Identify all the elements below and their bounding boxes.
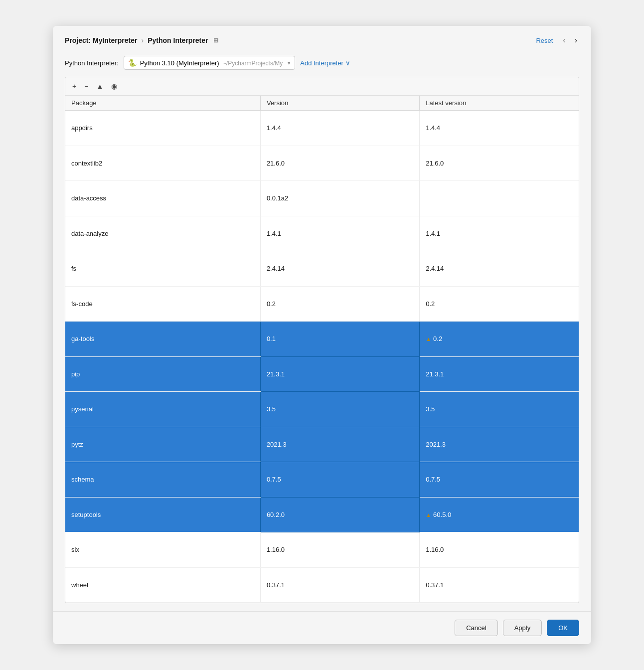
table-row[interactable]: pytz2021.32021.3 xyxy=(65,427,579,462)
package-name: six xyxy=(65,532,260,568)
forward-button[interactable]: › xyxy=(573,35,579,46)
remove-icon: − xyxy=(84,82,88,90)
table-row[interactable]: six1.16.01.16.0 xyxy=(65,532,579,568)
interpreter-select-dropdown[interactable]: 🐍 Python 3.10 (MyInterpreter) ~/PycharmP… xyxy=(124,56,296,70)
python-icon: 🐍 xyxy=(128,58,137,67)
table-toolbar: + − ▲ ◉ xyxy=(65,77,579,96)
table-row[interactable]: wheel0.37.10.37.1 xyxy=(65,567,579,603)
package-version: 21.3.1 xyxy=(260,356,419,392)
breadcrumb: Project: MyInterpreter › Python Interpre… xyxy=(65,36,218,44)
add-interpreter-button[interactable]: Add Interpreter ∨ xyxy=(300,59,350,67)
table-row[interactable]: data-analyze1.4.11.4.1 xyxy=(65,216,579,251)
settings-dialog: Project: MyInterpreter › Python Interpre… xyxy=(53,26,591,644)
package-name: contextlib2 xyxy=(65,146,260,181)
reset-button[interactable]: Reset xyxy=(536,37,553,44)
package-latest-version: 3.5 xyxy=(420,392,579,427)
package-version: 1.4.1 xyxy=(260,216,419,251)
package-version: 2021.3 xyxy=(260,427,419,462)
dialog-footer: Cancel Apply OK xyxy=(53,611,591,644)
table-row[interactable]: fs2.4.142.4.14 xyxy=(65,251,579,287)
package-latest-version: 0.37.1 xyxy=(420,567,579,603)
package-latest-version xyxy=(420,181,579,216)
package-name: wheel xyxy=(65,567,260,603)
package-version: 1.4.4 xyxy=(260,111,419,146)
package-name: data-access xyxy=(65,181,260,216)
package-latest-version: 21.6.0 xyxy=(420,146,579,181)
package-latest-version: 1.4.1 xyxy=(420,216,579,251)
add-icon: + xyxy=(72,82,76,90)
package-version: 0.37.1 xyxy=(260,567,419,603)
upgrade-available-icon: ▲ xyxy=(426,512,431,518)
table-row[interactable]: fs-code0.20.2 xyxy=(65,286,579,322)
upgrade-available-icon: ▲ xyxy=(426,336,431,342)
apply-button[interactable]: Apply xyxy=(503,620,542,636)
breadcrumb-page: Python Interpreter xyxy=(148,36,208,44)
package-latest-version: 1.4.4 xyxy=(420,111,579,146)
col-package: Package xyxy=(65,96,260,111)
package-version: 2.4.14 xyxy=(260,251,419,287)
table-row[interactable]: appdirs1.4.41.4.4 xyxy=(65,111,579,146)
package-name: data-analyze xyxy=(65,216,260,251)
package-latest-version: 2.4.14 xyxy=(420,251,579,287)
upgrade-icon: ▲ xyxy=(96,82,103,90)
package-latest-version: ▲ 0.2 xyxy=(420,322,579,357)
package-name: setuptools xyxy=(65,497,260,532)
package-name: ga-tools xyxy=(65,322,260,357)
package-latest-version: 0.2 xyxy=(420,286,579,322)
package-latest-version: 21.3.1 xyxy=(420,356,579,392)
package-name: fs-code xyxy=(65,286,260,322)
package-version: 0.0.1a2 xyxy=(260,181,419,216)
show-details-button[interactable]: ◉ xyxy=(109,81,119,91)
breadcrumb-separator: › xyxy=(141,36,144,44)
package-version: 1.16.0 xyxy=(260,532,419,568)
add-package-button[interactable]: + xyxy=(70,81,78,91)
package-latest-version: 2021.3 xyxy=(420,427,579,462)
package-name: pip xyxy=(65,356,260,392)
package-name: pytz xyxy=(65,427,260,462)
add-interpreter-label: Add Interpreter ∨ xyxy=(300,59,350,67)
remove-package-button[interactable]: − xyxy=(82,81,90,91)
table-row[interactable]: data-access0.0.1a2 xyxy=(65,181,579,216)
package-version: 0.1 xyxy=(260,322,419,357)
package-name: appdirs xyxy=(65,111,260,146)
ok-button[interactable]: OK xyxy=(547,620,579,636)
interpreter-label: Python Interpreter: xyxy=(65,59,119,67)
dialog-header: Project: MyInterpreter › Python Interpre… xyxy=(53,26,591,51)
package-name: pyserial xyxy=(65,392,260,427)
interpreter-selector-row: Python Interpreter: 🐍 Python 3.10 (MyInt… xyxy=(53,51,591,77)
package-version: 0.2 xyxy=(260,286,419,322)
table-row[interactable]: ga-tools0.1▲ 0.2 xyxy=(65,322,579,357)
table-header-row: Package Version Latest version xyxy=(65,96,579,111)
cancel-button[interactable]: Cancel xyxy=(455,620,497,636)
package-latest-version: ▲ 60.5.0 xyxy=(420,497,579,532)
packages-table: Package Version Latest version appdirs1.… xyxy=(65,96,579,603)
col-version: Version xyxy=(260,96,419,111)
page-icon: ⊞ xyxy=(213,37,218,44)
package-version: 3.5 xyxy=(260,392,419,427)
back-button[interactable]: ‹ xyxy=(561,35,567,46)
package-name: fs xyxy=(65,251,260,287)
package-latest-version: 0.7.5 xyxy=(420,462,579,498)
table-row[interactable]: pyserial3.53.5 xyxy=(65,392,579,427)
eye-icon: ◉ xyxy=(111,82,117,90)
interpreter-selected-value: Python 3.10 (MyInterpreter) ~/PycharmPro… xyxy=(140,59,283,67)
header-actions: Reset ‹ › xyxy=(536,35,579,46)
package-version: 0.7.5 xyxy=(260,462,419,498)
upgrade-package-button[interactable]: ▲ xyxy=(94,81,105,91)
col-latest: Latest version xyxy=(420,96,579,111)
breadcrumb-project: Project: MyInterpreter xyxy=(65,36,137,44)
table-row[interactable]: pip21.3.121.3.1 xyxy=(65,356,579,392)
package-name: schema xyxy=(65,462,260,498)
packages-table-container: + − ▲ ◉ Package Version Latest version xyxy=(65,77,579,603)
package-latest-version: 1.16.0 xyxy=(420,532,579,568)
table-row[interactable]: setuptools60.2.0▲ 60.5.0 xyxy=(65,497,579,532)
table-row[interactable]: schema0.7.50.7.5 xyxy=(65,462,579,498)
table-row[interactable]: contextlib221.6.021.6.0 xyxy=(65,146,579,181)
dropdown-arrow-icon: ▾ xyxy=(288,60,291,66)
package-version: 21.6.0 xyxy=(260,146,419,181)
package-version: 60.2.0 xyxy=(260,497,419,532)
